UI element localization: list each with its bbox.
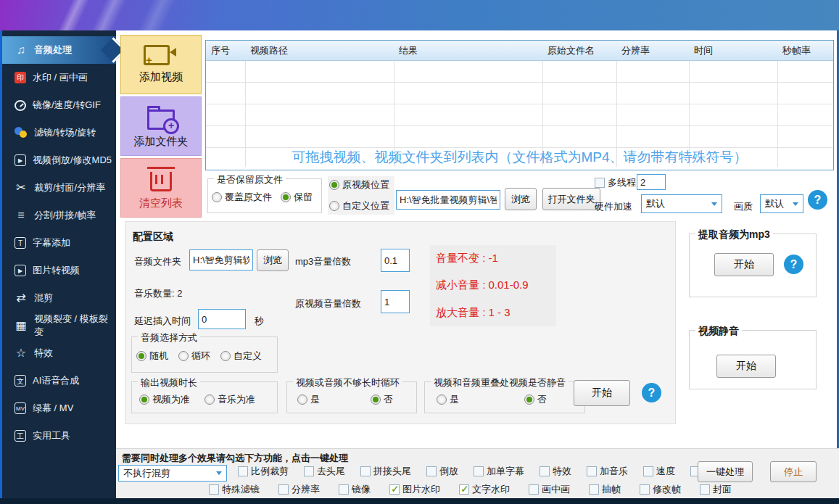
radio-label: 是 (450, 393, 459, 406)
sidebar-item-image-to-video[interactable]: ▶ 图片转视频 (2, 257, 116, 284)
radio-label: 否 (384, 393, 393, 406)
sidebar-item-audio-processing[interactable]: ♫ 音频处理 (2, 36, 116, 64)
checkbox-label: 镜像 (352, 483, 371, 496)
radio-audio-loop[interactable]: 循环 (178, 350, 210, 363)
checkbox-frame-extract[interactable]: 抽帧 (589, 483, 621, 496)
original-volume-input[interactable] (381, 290, 410, 313)
radio-label: 随机 (149, 350, 168, 363)
checkbox-speed[interactable]: 速度 (643, 465, 675, 478)
checkbox-icon (595, 178, 605, 188)
checkbox-modify-frame[interactable]: 修改帧 (640, 483, 681, 496)
checkbox-icon (426, 466, 437, 476)
sidebar-item-mirror-speed-gif[interactable]: 镜像/速度/转GIF (2, 91, 116, 119)
radio-circle-icon (204, 394, 215, 405)
sidebar-item-ai-voice[interactable]: 文 AI语音合成 (2, 367, 116, 394)
output-path-input[interactable] (396, 190, 500, 210)
checkbox-cover[interactable]: 封面 (700, 483, 732, 496)
checkbox-special-filter[interactable]: 特殊滤镜 (209, 483, 260, 496)
multithread-checkbox[interactable]: 多线程 (595, 176, 636, 189)
delay-input[interactable] (198, 309, 246, 329)
drag-drop-hint: 可拖拽视频、视频文件夹到列表内（文件格式为MP4、请勿带有特殊符号） (206, 148, 833, 167)
radio-duration-music[interactable]: 音乐为准 (204, 393, 255, 406)
sidebar-item-split-splice-framerate[interactable]: ≡ 分割/拼接/帧率 (2, 202, 116, 229)
radio-duration-video[interactable]: 视频为准 (139, 393, 190, 406)
radio-custom-location[interactable]: 自定义位置 (329, 199, 393, 212)
sidebar-item-crop-cover-resolution[interactable]: ✂ 裁剪/封面/分辨率 (2, 174, 116, 202)
sidebar-item-label: 实用工具 (33, 429, 70, 442)
checkbox-icon (209, 484, 219, 495)
sidebar-item-greenscreen-mv[interactable]: MV 绿幕 / MV (2, 394, 116, 422)
add-folder-label: 添加文件夹 (134, 135, 189, 149)
radio-loop-no[interactable]: 否 (371, 393, 393, 406)
checkbox-splice-head-tail[interactable]: 拼接头尾 (360, 465, 411, 478)
help-icon[interactable]: ? (784, 255, 803, 274)
one-click-process-button[interactable]: 一键处理 (698, 461, 753, 482)
open-folder-button[interactable]: 打开文件夹 (542, 188, 600, 210)
sidebar-item-watermark-pip[interactable]: 印 水印 / 画中画 (2, 64, 116, 91)
checkbox-icon (360, 466, 371, 476)
audio-folder-input[interactable] (189, 249, 253, 270)
mp3-volume-input[interactable] (381, 249, 410, 272)
radio-loop-yes[interactable]: 是 (297, 393, 320, 406)
radio-circle-icon (139, 394, 149, 405)
radio-audio-random[interactable]: 随机 (136, 350, 168, 363)
checkbox-mirror[interactable]: 镜像 (339, 483, 371, 496)
stamp-icon: 印 (15, 72, 26, 83)
col-video-path: 视频路径 (245, 44, 394, 57)
thread-count-input[interactable] (637, 174, 666, 190)
sidebar-item-reverse-md5[interactable]: ▶ 视频倒放/修改MD5 (2, 146, 116, 174)
checkbox-pip[interactable]: 画中画 (529, 483, 570, 496)
browse-output-button[interactable]: 浏览 (505, 188, 537, 210)
radio-mute-no[interactable]: 否 (524, 393, 547, 406)
checkbox-add-music[interactable]: 加音乐 (587, 465, 628, 478)
hw-accel-select[interactable]: 默认 (641, 194, 722, 213)
checkbox-text-watermark[interactable]: 文字水印 (459, 483, 510, 496)
video-mute-start-button[interactable]: 开始 (716, 355, 776, 378)
checkbox-icon (339, 484, 349, 495)
quality-select[interactable]: 默认 (760, 194, 803, 213)
sidebar-item-effects[interactable]: ☆ 特效 (2, 339, 116, 367)
help-icon[interactable]: ? (808, 190, 827, 210)
stop-button[interactable]: 停止 (770, 461, 817, 482)
add-video-button[interactable]: 添加视频 (120, 35, 202, 94)
sidebar-item-utility-tools[interactable]: 工 实用工具 (2, 422, 116, 450)
help-icon[interactable]: ? (642, 383, 661, 402)
table-body[interactable]: 可拖拽视频、视频文件夹到列表内（文件格式为MP4、请勿带有特殊符号） (206, 61, 833, 170)
mix-cut-select[interactable]: 不执行混剪 (118, 465, 227, 482)
start-button[interactable]: 开始 (574, 380, 630, 406)
radio-mute-yes[interactable]: 是 (437, 393, 459, 406)
sidebar-item-label: 绿幕 / MV (33, 402, 73, 415)
checkbox-image-watermark[interactable]: 图片水印 (389, 483, 440, 496)
sidebar-item-mix-cut[interactable]: ⇄ 混剪 (2, 284, 116, 312)
checkbox-label: 文字水印 (472, 483, 510, 496)
video-list-table: 序号 视频路径 结果 原始文件名 分辨率 时间 秒帧率 可拖拽视频、视频文件夹到… (205, 40, 834, 170)
sidebar-item-filter-transition-rotate[interactable]: 滤镜/转场/旋转 (2, 119, 116, 146)
radio-overwrite-original[interactable]: 覆盖原文件 (212, 191, 272, 204)
scissors-icon: ✂ (15, 181, 28, 194)
checkbox-trim-head-tail[interactable]: 去头尾 (304, 465, 345, 478)
chevron-down-icon (793, 202, 798, 206)
extract-mp3-start-button[interactable]: 开始 (714, 253, 774, 276)
radio-label: 自定义 (233, 350, 262, 363)
clear-list-label: 清空列表 (139, 197, 183, 210)
checkbox-label: 分辨率 (292, 483, 320, 496)
checkbox-label: 特效 (553, 465, 571, 478)
play-box-icon: ▶ (15, 265, 26, 276)
checkbox-label: 速度 (656, 465, 675, 478)
radio-keep[interactable]: 保留 (281, 191, 313, 204)
add-folder-button[interactable]: 添加文件夹 (120, 96, 202, 156)
radio-original-location[interactable]: 原视频位置 (329, 178, 393, 191)
checkbox-reverse[interactable]: 倒放 (426, 465, 458, 478)
radio-audio-custom[interactable]: 自定义 (220, 350, 262, 363)
checkbox-resolution[interactable]: 分辨率 (278, 483, 320, 496)
loop-mode-title: 视频或音频不够长时循环 (293, 376, 402, 389)
checkbox-ratio-crop[interactable]: 比例裁剪 (238, 465, 289, 478)
config-title: 配置区域 (133, 231, 173, 244)
checkbox-effects[interactable]: 特效 (540, 465, 571, 478)
sidebar-item-video-fission[interactable]: ▦ 视频裂变 / 模板裂变 (2, 312, 116, 339)
sidebar-item-subtitle-add[interactable]: T 字幕添加 (2, 229, 116, 257)
sidebar-item-label: AI语音合成 (33, 374, 79, 387)
browse-audio-button[interactable]: 浏览 (257, 249, 289, 271)
clear-list-button[interactable]: 清空列表 (120, 158, 202, 218)
checkbox-add-subtitle[interactable]: 加单字幕 (474, 465, 524, 478)
